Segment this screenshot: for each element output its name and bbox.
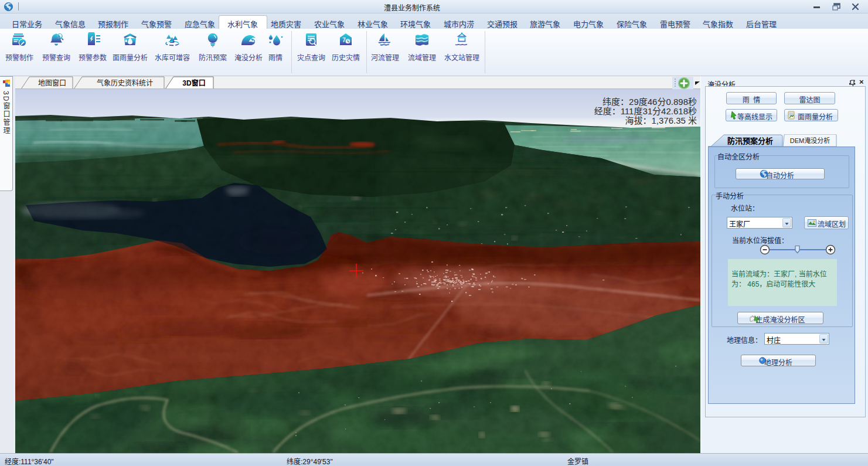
svg-text:防汛预案分析: 防汛预案分析: [727, 137, 773, 145]
svg-text:海拔：1,376.35 米: 海拔：1,376.35 米: [625, 115, 697, 125]
svg-text:经度：111度31分42.618秒: 经度：111度31分42.618秒: [594, 106, 697, 116]
svg-text:3D窗口: 3D窗口: [182, 79, 205, 87]
svg-text:纬度：29度46分0.898秒: 纬度：29度46分0.898秒: [603, 97, 697, 107]
svg-text:地图窗口: 地图窗口: [38, 79, 66, 87]
svg-text:DEM淹没分析: DEM淹没分析: [790, 137, 830, 144]
svg-text:气象历史资料统计: 气象历史资料统计: [97, 79, 153, 87]
